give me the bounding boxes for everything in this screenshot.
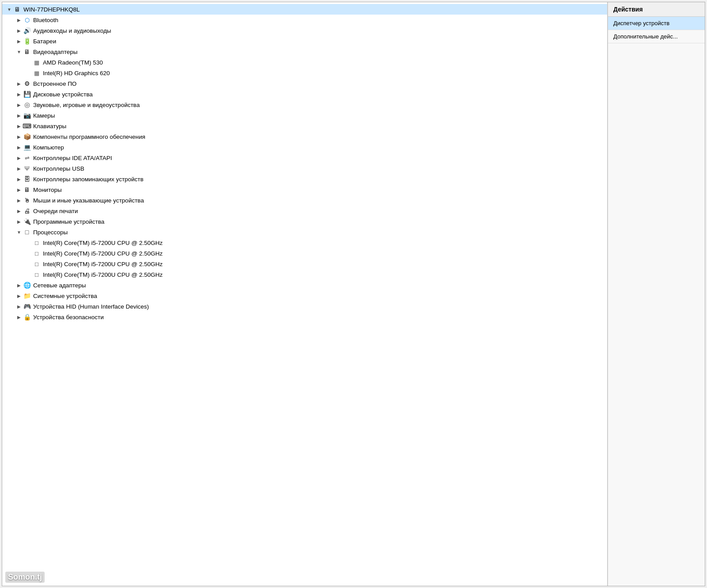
cpu4-chevron <box>25 271 32 278</box>
audio-icon: 🔊 <box>23 26 31 35</box>
tree-item-print[interactable]: 🖨 Очереди печати <box>2 206 607 216</box>
tree-item-monitor[interactable]: 🖥 Мониторы <box>2 184 607 195</box>
tree-item-amd-gpu[interactable]: ▦ AMD Radeon(TM) 530 <box>2 57 607 68</box>
tree-item-cpu-1[interactable]: □ Intel(R) Core(TM) i5-7200U CPU @ 2.50G… <box>2 237 607 248</box>
software-chevron[interactable] <box>15 133 23 140</box>
security-chevron[interactable] <box>15 313 23 321</box>
tree-item-mouse[interactable]: 🖱 Мыши и иные указывающие устройства <box>2 195 607 206</box>
bluetooth-label: Bluetooth <box>33 17 58 23</box>
tree-root[interactable]: 🖥 WIN-77DHEPHKQ8L <box>2 4 607 15</box>
tree-item-storage[interactable]: 🗄 Контроллеры запоминающих устройств <box>2 174 607 184</box>
sw-devices-chevron[interactable] <box>15 218 23 225</box>
actions-item-more[interactable]: Дополнительные дейс... <box>608 30 705 43</box>
root-chevron[interactable] <box>6 6 13 13</box>
disk-icon: 💾 <box>23 90 31 99</box>
sw-devices-label: Программные устройства <box>33 218 104 225</box>
firmware-chevron[interactable] <box>15 80 23 87</box>
tree-item-keyboard[interactable]: ⌨ Клавиатуры <box>2 121 607 131</box>
usb-icon: Ψ <box>23 164 31 173</box>
keyboard-icon: ⌨ <box>23 122 31 130</box>
print-chevron[interactable] <box>15 207 23 214</box>
tree-item-audio[interactable]: 🔊 Аудиовходы и аудиовыходы <box>2 25 607 36</box>
usb-label: Контроллеры USB <box>33 165 84 172</box>
amd-chevron <box>25 59 32 66</box>
camera-label: Камеры <box>33 112 55 119</box>
tree-item-cpu[interactable]: □ Процессоры <box>2 227 607 237</box>
cpu-label: Процессоры <box>33 229 68 236</box>
display-label: Видеоадаптеры <box>33 49 77 55</box>
tree-item-firmware[interactable]: ⚙ Встроенное ПО <box>2 78 607 89</box>
ide-icon: ⇌ <box>23 153 31 162</box>
tree-item-disk[interactable]: 💾 Дисковые устройства <box>2 89 607 99</box>
security-icon: 🔒 <box>23 313 31 321</box>
tree-item-display[interactable]: 🖥 Видеоадаптеры <box>2 46 607 57</box>
cpu2-chevron <box>25 250 32 257</box>
cpu3-icon: □ <box>32 260 41 268</box>
audio-label: Аудиовходы и аудиовыходы <box>33 27 111 34</box>
tree-item-cpu-4[interactable]: □ Intel(R) Core(TM) i5-7200U CPU @ 2.50G… <box>2 269 607 280</box>
tree-item-camera[interactable]: 📷 Камеры <box>2 110 607 121</box>
camera-icon: 📷 <box>23 111 31 120</box>
sound-chevron[interactable] <box>15 101 23 108</box>
battery-chevron[interactable] <box>15 38 23 45</box>
hid-icon: 🎮 <box>23 302 31 311</box>
firmware-icon: ⚙ <box>23 79 31 88</box>
bluetooth-chevron[interactable] <box>15 16 23 23</box>
sound-label: Звуковые, игровые и видеоустройства <box>33 102 140 108</box>
tree-item-battery[interactable]: 🔋 Батареи <box>2 36 607 46</box>
tree-item-bluetooth[interactable]: ⬡ Bluetooth <box>2 15 607 25</box>
cpu2-label: Intel(R) Core(TM) i5-7200U CPU @ 2.50GHz <box>43 250 163 257</box>
monitor-icon: 🖥 <box>23 185 31 194</box>
tree-item-usb[interactable]: Ψ Контроллеры USB <box>2 163 607 174</box>
tree-item-computer[interactable]: 💻 Компьютер <box>2 142 607 153</box>
root-label: WIN-77DHEPHKQ8L <box>23 6 80 13</box>
software-label: Компоненты программного обеспечения <box>33 134 145 140</box>
audio-chevron[interactable] <box>15 27 23 34</box>
tree-item-network[interactable]: 🌐 Сетевые адаптеры <box>2 280 607 290</box>
computer-chevron[interactable] <box>15 144 23 151</box>
computer2-icon: 💻 <box>23 143 31 152</box>
intel-gpu-icon: ▦ <box>32 69 41 77</box>
usb-chevron[interactable] <box>15 165 23 172</box>
tree-item-security[interactable]: 🔒 Устройства безопасности <box>2 312 607 322</box>
security-label: Устройства безопасности <box>33 314 104 321</box>
ide-chevron[interactable] <box>15 154 23 161</box>
tree-item-sw-devices[interactable]: 🔌 Программные устройства <box>2 216 607 227</box>
sw-devices-icon: 🔌 <box>23 217 31 226</box>
keyboard-label: Клавиатуры <box>33 123 66 130</box>
network-label: Сетевые адаптеры <box>33 282 86 289</box>
cpu4-label: Intel(R) Core(TM) i5-7200U CPU @ 2.50GHz <box>43 271 163 278</box>
mouse-icon: 🖱 <box>23 196 31 205</box>
disk-chevron[interactable] <box>15 91 23 98</box>
sysdev-chevron[interactable] <box>15 292 23 299</box>
camera-chevron[interactable] <box>15 112 23 119</box>
cpu2-icon: □ <box>32 249 41 258</box>
storage-chevron[interactable] <box>15 176 23 183</box>
cpu-chevron[interactable] <box>15 229 23 236</box>
cpu3-label: Intel(R) Core(TM) i5-7200U CPU @ 2.50GHz <box>43 261 163 267</box>
disk-label: Дисковые устройства <box>33 91 93 98</box>
tree-item-intel-gpu[interactable]: ▦ Intel(R) HD Graphics 620 <box>2 68 607 78</box>
cpu1-icon: □ <box>32 238 41 247</box>
tree-item-ide[interactable]: ⇌ Контроллеры IDE ATA/ATAPI <box>2 153 607 163</box>
hid-chevron[interactable] <box>15 303 23 310</box>
watermark: Somon.tj <box>5 572 45 583</box>
sysdev-icon: 📁 <box>23 291 31 300</box>
tree-item-cpu-3[interactable]: □ Intel(R) Core(TM) i5-7200U CPU @ 2.50G… <box>2 259 607 269</box>
device-manager-window: 🖥 WIN-77DHEPHKQ8L ⬡ Bluetooth 🔊 Аудиовхо… <box>2 2 705 586</box>
tree-item-sysdev[interactable]: 📁 Системные устройства <box>2 290 607 301</box>
display-chevron[interactable] <box>15 48 23 55</box>
tree-item-cpu-2[interactable]: □ Intel(R) Core(TM) i5-7200U CPU @ 2.50G… <box>2 248 607 259</box>
keyboard-chevron[interactable] <box>15 122 23 130</box>
cpu4-icon: □ <box>32 270 41 279</box>
bluetooth-icon: ⬡ <box>23 15 31 24</box>
tree-item-hid[interactable]: 🎮 Устройства HID (Human Interface Device… <box>2 301 607 312</box>
tree-item-sound[interactable]: ◎ Звуковые, игровые и видеоустройства <box>2 99 607 110</box>
actions-header: Действия <box>608 2 705 17</box>
monitor-chevron[interactable] <box>15 186 23 193</box>
mouse-chevron[interactable] <box>15 197 23 204</box>
device-tree-panel[interactable]: 🖥 WIN-77DHEPHKQ8L ⬡ Bluetooth 🔊 Аудиовхо… <box>2 2 608 586</box>
actions-item-device-manager[interactable]: Диспетчер устройств <box>608 17 705 30</box>
network-chevron[interactable] <box>15 282 23 289</box>
tree-item-software[interactable]: 📦 Компоненты программного обеспечения <box>2 131 607 142</box>
